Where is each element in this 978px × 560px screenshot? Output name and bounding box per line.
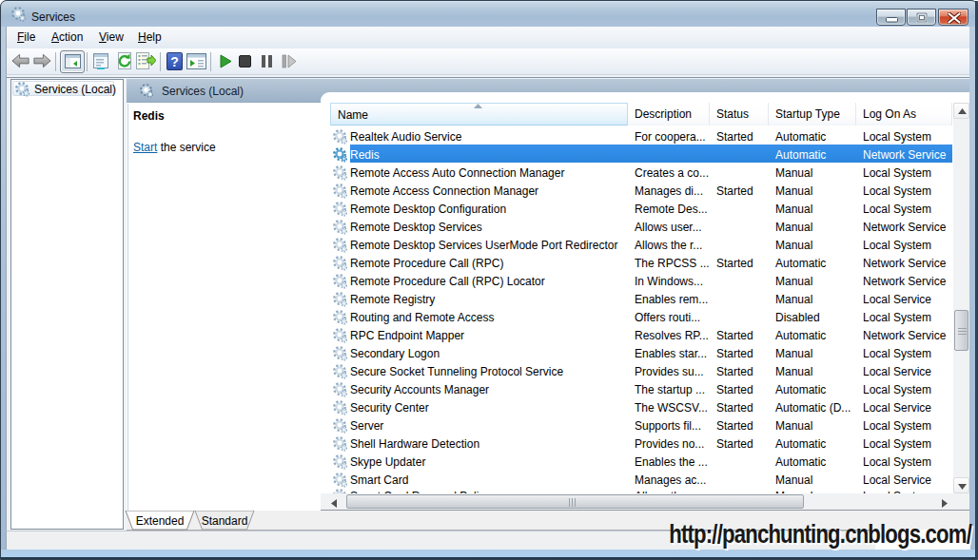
svg-text:?: ?: [170, 54, 179, 69]
